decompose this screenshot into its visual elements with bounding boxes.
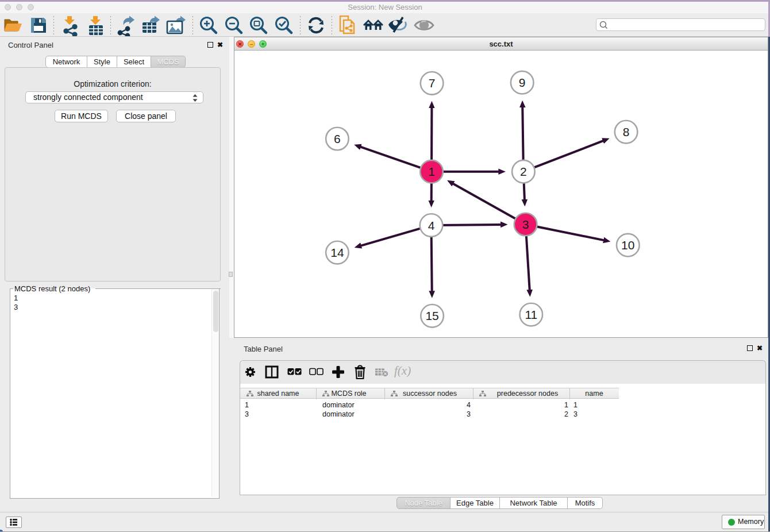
svg-text:4: 4 [428,219,435,232]
svg-text:15: 15 [425,309,438,322]
svg-text:10: 10 [621,238,634,252]
svg-text:7: 7 [429,76,436,90]
svg-text:1: 1 [428,165,435,178]
svg-text:11: 11 [525,308,537,321]
svg-text:14: 14 [330,246,344,259]
svg-text:8: 8 [623,125,630,138]
svg-text:6: 6 [334,132,341,145]
svg-text:3: 3 [522,218,529,231]
svg-text:2: 2 [520,165,527,178]
svg-text:9: 9 [519,76,526,89]
